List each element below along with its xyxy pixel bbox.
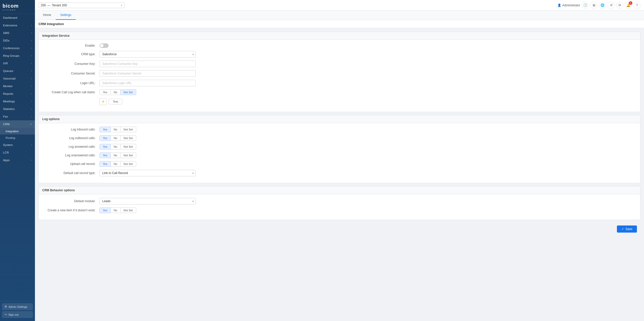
- sidebar-item-dashboard[interactable]: Dashboard: [0, 14, 35, 22]
- log-outbound-yes[interactable]: Yes: [99, 135, 111, 141]
- default-module-row: Default module: Leads Contacts Accounts …: [44, 198, 635, 204]
- topbar-actions: 👤 Administrator 🕐 ⊞ 🌐 ↺ ⟳ 🔔 1 ?: [557, 2, 640, 9]
- create-new-notset[interactable]: Not Set: [120, 207, 136, 213]
- sidebar-item-ivr[interactable]: IVR ›: [0, 60, 35, 67]
- chevron-right-icon: ›: [31, 62, 32, 65]
- sidebar-item-conferences[interactable]: Conferences ›: [0, 44, 35, 52]
- login-url-input-wrap: [99, 80, 196, 86]
- login-url-input[interactable]: [99, 80, 196, 86]
- log-outbound-notset[interactable]: Not Set: [120, 135, 136, 141]
- log-inbound-no[interactable]: No: [111, 127, 120, 132]
- tenant-selector[interactable]: 200 — Tenant 200 ▾: [38, 3, 125, 8]
- sidebar-item-crm[interactable]: CRM ∨: [0, 120, 35, 128]
- sidebar-item-apps[interactable]: Apps ›: [0, 156, 35, 164]
- chevron-right-icon: ›: [31, 85, 32, 87]
- create-call-log-btngroup: Yes No Not Set: [99, 89, 196, 95]
- notification-btn[interactable]: 🔔 1: [625, 2, 632, 9]
- tab-home[interactable]: Home: [38, 11, 56, 20]
- default-module-select[interactable]: Leads Contacts Accounts Opportunities: [99, 198, 196, 204]
- log-answered-row: Log answered calls: Yes No Not Set: [44, 144, 635, 149]
- test-wrap: ⚡ Test: [99, 98, 196, 105]
- upload-call-no[interactable]: No: [111, 161, 120, 167]
- sign-out-button[interactable]: ↪ Sign out: [2, 311, 33, 318]
- lightning-icon-btn[interactable]: ⚡: [99, 98, 107, 105]
- log-answered-notset[interactable]: Not Set: [120, 144, 136, 149]
- checkmark-icon: ✓: [621, 227, 624, 231]
- call-log-no-btn[interactable]: No: [111, 89, 120, 95]
- chevron-right-icon: ›: [31, 159, 32, 161]
- grid-icon-btn[interactable]: ⊞: [590, 2, 597, 9]
- upload-call-yes[interactable]: Yes: [99, 161, 111, 167]
- sidebar-item-queues[interactable]: Queues ›: [0, 67, 35, 75]
- default-record-type-select[interactable]: Link to Call Record Create New Record: [99, 170, 196, 176]
- test-row: ⚡ Test: [44, 98, 635, 105]
- log-inbound-notset[interactable]: Not Set: [120, 127, 136, 132]
- log-inbound-yes[interactable]: Yes: [99, 127, 111, 132]
- help-icon-btn[interactable]: ?: [633, 2, 640, 9]
- login-url-label: Login URL:: [44, 81, 99, 85]
- call-log-notset-btn[interactable]: Not Set: [120, 89, 136, 95]
- save-button[interactable]: ✓ Save: [617, 225, 637, 233]
- crm-type-label: CRM type:: [44, 52, 99, 56]
- default-record-type-row: Default call record type: Link to Call R…: [44, 170, 635, 176]
- consumer-secret-row: Consumer Secret:: [44, 70, 635, 77]
- consumer-secret-input[interactable]: [99, 70, 196, 77]
- log-unanswered-notset[interactable]: Not Set: [120, 153, 136, 158]
- crm-type-select[interactable]: Salesforce HubSpot Zoho Pipedrive: [99, 51, 196, 58]
- sidebar-item-voicemail[interactable]: Voicemail ›: [0, 75, 35, 82]
- consumer-key-input[interactable]: [99, 61, 196, 67]
- sidebar-sub-integration[interactable]: Integration: [0, 128, 35, 135]
- log-unanswered-label: Log unanswered calls:: [44, 154, 99, 157]
- chevron-right-icon: ›: [31, 108, 32, 110]
- sync-icon-btn[interactable]: ⟳: [616, 2, 623, 9]
- log-answered-yes[interactable]: Yes: [99, 144, 111, 149]
- create-new-btngroup: Yes No Not Set: [99, 207, 196, 213]
- log-unanswered-yes[interactable]: Yes: [99, 153, 111, 158]
- create-new-yes[interactable]: Yes: [99, 207, 111, 213]
- log-unanswered-row: Log unanswered calls: Yes No Not Set: [44, 153, 635, 158]
- sidebar-sub-routing[interactable]: Routing: [0, 135, 35, 141]
- sidebar-item-reports[interactable]: Reports ›: [0, 90, 35, 98]
- chevron-right-icon: ›: [31, 115, 32, 118]
- create-new-no[interactable]: No: [111, 207, 120, 213]
- chevron-right-icon: ›: [31, 70, 32, 72]
- integration-service-body: Enable: CRM type: Salesforce HubSpot: [39, 40, 640, 112]
- sidebar-item-statistics[interactable]: Statistics ›: [0, 105, 35, 113]
- clock-icon-btn[interactable]: 🕐: [582, 2, 589, 9]
- sidebar-item-dids[interactable]: DIDs ›: [0, 37, 35, 44]
- sidebar-item-meetings[interactable]: Meetings ›: [0, 98, 35, 105]
- default-record-type-label: Default call record type:: [44, 171, 99, 175]
- test-button[interactable]: Test: [109, 99, 122, 104]
- sidebar-bottom: ⚙ Admin Settings ↪ Sign out: [0, 301, 35, 321]
- sidebar-item-lcr[interactable]: LCR: [0, 149, 35, 156]
- sidebar-item-system[interactable]: System ›: [0, 141, 35, 149]
- sidebar-item-ring-groups[interactable]: Ring Groups ›: [0, 52, 35, 60]
- create-new-row: Create a new item if it doesn't exist: Y…: [44, 207, 635, 213]
- sidebar-item-monitor[interactable]: Monitor ›: [0, 82, 35, 90]
- log-outbound-no[interactable]: No: [111, 135, 120, 141]
- save-row: ✓ Save: [38, 223, 640, 235]
- logo-sub: SYSTEMS: [3, 9, 32, 11]
- sidebar: bicom SYSTEMS Dashboard Extensions › SMS…: [0, 0, 35, 321]
- sidebar-item-extensions[interactable]: Extensions ›: [0, 22, 35, 29]
- refresh-icon-btn[interactable]: ↺: [608, 2, 615, 9]
- sidebar-item-fax[interactable]: Fax ›: [0, 113, 35, 120]
- chevron-right-icon: ›: [31, 47, 32, 49]
- upload-call-notset[interactable]: Not Set: [120, 161, 136, 167]
- login-url-row: Login URL:: [44, 80, 635, 86]
- sidebar-item-sms[interactable]: SMS ›: [0, 29, 35, 37]
- enable-toggle[interactable]: [99, 43, 109, 48]
- log-options-section: Log options Log inbound calls: Yes No No…: [38, 115, 640, 183]
- app-logo: bicom SYSTEMS: [0, 0, 35, 14]
- call-log-yes-btn[interactable]: Yes: [99, 89, 111, 95]
- tenant-name: Tenant 200: [52, 4, 67, 7]
- admin-settings-button[interactable]: ⚙ Admin Settings: [2, 303, 33, 310]
- tab-settings[interactable]: Settings: [56, 11, 76, 20]
- enable-row: Enable:: [44, 43, 635, 48]
- enable-label: Enable:: [44, 44, 99, 47]
- globe-icon-btn[interactable]: 🌐: [599, 2, 606, 9]
- user-icon: 👤: [557, 4, 561, 7]
- consumer-secret-label: Consumer Secret:: [44, 72, 99, 75]
- log-unanswered-no[interactable]: No: [111, 153, 120, 158]
- log-answered-no[interactable]: No: [111, 144, 120, 149]
